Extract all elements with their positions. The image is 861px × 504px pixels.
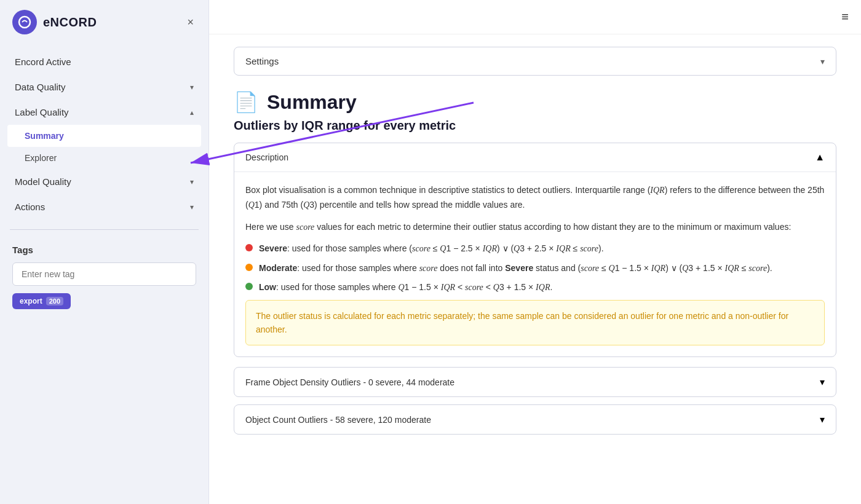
sidebar-item-explorer[interactable]: Explorer	[0, 147, 208, 169]
logo-icon	[12, 10, 37, 34]
frame-object-density-row[interactable]: Frame Object Density Outliers - 0 severe…	[234, 367, 836, 397]
description-para-1: Box plot visualisation is a common techn…	[245, 183, 825, 213]
severe-dot	[245, 244, 253, 251]
object-count-chevron: ▾	[820, 414, 825, 425]
outlier-low: Low: used for those samples where Q1 − 1…	[245, 280, 825, 294]
main-content: ≡ Settings ▾ 📄 Summary Outliers by IQR r…	[209, 0, 861, 504]
tags-label: Tags	[12, 245, 196, 255]
outlier-moderate: Moderate: used for those samples where s…	[245, 261, 825, 275]
sidebar-header: eNCORD ×	[0, 0, 208, 44]
sidebar-item-label-quality[interactable]: Label Quality ▴	[0, 100, 208, 125]
settings-dropdown[interactable]: Settings ▾	[234, 47, 836, 76]
page-title-area: 📄 Summary	[234, 90, 836, 114]
description-title: Description	[245, 152, 288, 162]
tag-input[interactable]	[12, 262, 196, 286]
warning-box: The outlier status is calculated for eac…	[245, 300, 825, 346]
description-para-2: Here we use score values for each metric…	[245, 220, 825, 235]
page-title: Summary	[267, 91, 357, 114]
description-collapse-icon: ▲	[815, 152, 825, 163]
frame-object-density-chevron: ▾	[820, 376, 825, 388]
settings-label: Settings	[245, 56, 279, 66]
actions-chevron: ▾	[190, 203, 194, 211]
sidebar-item-data-quality[interactable]: Data Quality ▾	[0, 74, 208, 100]
severe-text: Severe: used for those samples where (sc…	[259, 242, 604, 256]
sidebar-divider	[10, 229, 199, 230]
section-subtitle: Outliers by IQR range for every metric	[234, 119, 836, 133]
description-header[interactable]: Description ▲	[234, 143, 836, 172]
outlier-severe: Severe: used for those samples where (sc…	[245, 242, 825, 256]
sidebar-item-encord-active[interactable]: Encord Active	[0, 49, 208, 74]
model-quality-chevron: ▾	[190, 178, 194, 186]
export-button[interactable]: export 200	[12, 293, 71, 309]
content-area: Settings ▾ 📄 Summary Outliers by IQR ran…	[209, 34, 861, 504]
data-quality-chevron: ▾	[190, 83, 194, 92]
low-dot	[245, 283, 253, 290]
low-text: Low: used for those samples where Q1 − 1…	[259, 280, 552, 294]
hamburger-button[interactable]: ≡	[841, 10, 849, 24]
close-button[interactable]: ×	[184, 14, 196, 31]
logo-area: eNCORD	[12, 10, 97, 34]
object-count-row[interactable]: Object Count Outliers - 58 severe, 120 m…	[234, 404, 836, 435]
outlier-list: Severe: used for those samples where (sc…	[245, 242, 825, 294]
nav-section: Encord Active Data Quality ▾ Label Quali…	[0, 44, 208, 224]
top-bar: ≡	[209, 0, 861, 34]
frame-object-density-label: Frame Object Density Outliers - 0 severe…	[245, 377, 454, 387]
sidebar: eNCORD × Encord Active Data Quality ▾ La…	[0, 0, 209, 504]
description-box: Description ▲ Box plot visualisation is …	[234, 143, 836, 357]
sidebar-item-actions[interactable]: Actions ▾	[0, 194, 208, 219]
sidebar-item-summary[interactable]: Summary	[7, 125, 201, 147]
moderate-dot	[245, 264, 253, 271]
tags-section: Tags export 200	[0, 235, 208, 319]
page-icon: 📄	[234, 90, 258, 114]
settings-chevron-icon: ▾	[820, 57, 825, 66]
svg-point-0	[19, 17, 30, 28]
moderate-text: Moderate: used for those samples where s…	[259, 261, 772, 275]
object-count-label: Object Count Outliers - 58 severe, 120 m…	[245, 415, 431, 425]
sidebar-item-model-quality[interactable]: Model Quality ▾	[0, 169, 208, 194]
description-content: Box plot visualisation is a common techn…	[234, 172, 836, 356]
label-quality-chevron: ▴	[190, 108, 194, 117]
logo-text: eNCORD	[43, 15, 97, 30]
